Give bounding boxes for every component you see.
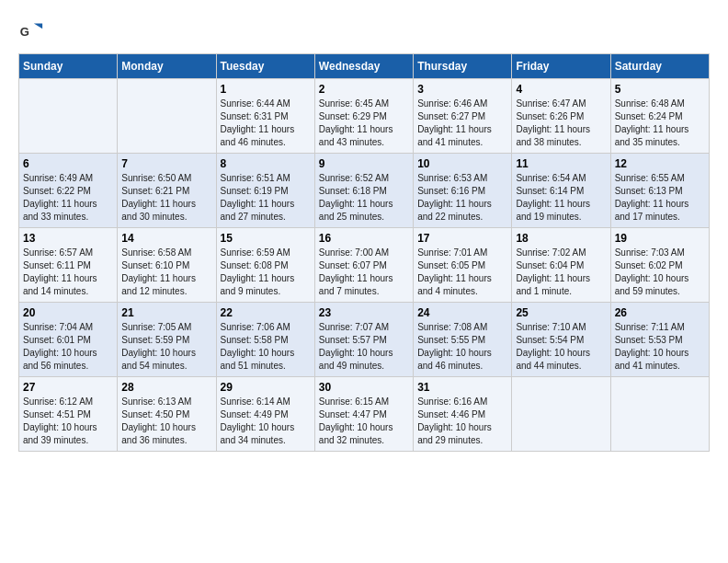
day-info: Sunrise: 7:10 AM Sunset: 5:54 PM Dayligh… bbox=[516, 321, 606, 373]
daylight-text: Daylight: 10 hours and 29 minutes. bbox=[417, 422, 492, 445]
sunset-text: Sunset: 6:10 PM bbox=[121, 260, 189, 270]
sunset-text: Sunset: 6:14 PM bbox=[516, 186, 584, 196]
day-info: Sunrise: 7:11 AM Sunset: 5:53 PM Dayligh… bbox=[615, 321, 705, 373]
daylight-text: Daylight: 11 hours and 9 minutes. bbox=[221, 273, 295, 296]
sunrise-text: Sunrise: 6:50 AM bbox=[121, 173, 191, 183]
sunrise-text: Sunrise: 6:12 AM bbox=[23, 396, 93, 407]
calendar-cell bbox=[19, 79, 118, 154]
day-number: 29 bbox=[221, 381, 311, 394]
day-number: 24 bbox=[417, 306, 507, 319]
daylight-text: Daylight: 10 hours and 41 minutes. bbox=[615, 348, 689, 371]
daylight-text: Daylight: 10 hours and 54 minutes. bbox=[121, 348, 196, 371]
sunrise-text: Sunrise: 7:07 AM bbox=[319, 322, 389, 332]
sunset-text: Sunset: 6:26 PM bbox=[516, 111, 584, 121]
day-info: Sunrise: 6:51 AM Sunset: 6:19 PM Dayligh… bbox=[221, 172, 311, 224]
sunrise-text: Sunrise: 6:47 AM bbox=[516, 98, 586, 109]
daylight-text: Daylight: 11 hours and 19 minutes. bbox=[516, 199, 590, 222]
calendar-table: SundayMondayTuesdayWednesdayThursdayFrid… bbox=[18, 53, 710, 452]
sunrise-text: Sunrise: 6:45 AM bbox=[319, 98, 389, 109]
calendar-week-row: 1 Sunrise: 6:44 AM Sunset: 6:31 PM Dayli… bbox=[19, 79, 710, 154]
sunset-text: Sunset: 5:54 PM bbox=[516, 335, 584, 345]
calendar-cell: 11 Sunrise: 6:54 AM Sunset: 6:14 PM Dayl… bbox=[512, 154, 610, 228]
day-number: 31 bbox=[417, 381, 507, 394]
sunset-text: Sunset: 6:08 PM bbox=[221, 260, 289, 270]
calendar-cell bbox=[118, 79, 216, 154]
sunset-text: Sunset: 5:57 PM bbox=[319, 335, 387, 345]
calendar-header-row: SundayMondayTuesdayWednesdayThursdayFrid… bbox=[19, 54, 710, 79]
sunrise-text: Sunrise: 7:04 AM bbox=[23, 322, 93, 332]
sunset-text: Sunset: 6:11 PM bbox=[23, 260, 91, 270]
sunset-text: Sunset: 6:02 PM bbox=[615, 260, 683, 270]
day-number: 4 bbox=[516, 83, 606, 96]
day-number: 25 bbox=[516, 306, 606, 319]
day-info: Sunrise: 6:47 AM Sunset: 6:26 PM Dayligh… bbox=[516, 98, 606, 149]
sunrise-text: Sunrise: 7:01 AM bbox=[417, 247, 487, 258]
calendar-cell: 5 Sunrise: 6:48 AM Sunset: 6:24 PM Dayli… bbox=[610, 79, 709, 154]
sunset-text: Sunset: 6:07 PM bbox=[319, 260, 387, 270]
daylight-text: Daylight: 10 hours and 36 minutes. bbox=[121, 422, 196, 445]
day-info: Sunrise: 6:45 AM Sunset: 6:29 PM Dayligh… bbox=[319, 98, 409, 149]
daylight-text: Daylight: 11 hours and 27 minutes. bbox=[221, 199, 295, 222]
calendar-cell: 3 Sunrise: 6:46 AM Sunset: 6:27 PM Dayli… bbox=[414, 79, 512, 154]
column-header-saturday: Saturday bbox=[610, 54, 709, 79]
calendar-cell: 15 Sunrise: 6:59 AM Sunset: 6:08 PM Dayl… bbox=[216, 228, 314, 303]
daylight-text: Daylight: 11 hours and 38 minutes. bbox=[516, 124, 590, 147]
day-info: Sunrise: 6:44 AM Sunset: 6:31 PM Dayligh… bbox=[221, 98, 311, 149]
day-info: Sunrise: 6:52 AM Sunset: 6:18 PM Dayligh… bbox=[319, 172, 409, 224]
sunset-text: Sunset: 4:50 PM bbox=[121, 409, 189, 419]
daylight-text: Daylight: 10 hours and 34 minutes. bbox=[221, 422, 295, 445]
day-number: 2 bbox=[319, 83, 409, 96]
day-number: 11 bbox=[516, 157, 606, 170]
sunrise-text: Sunrise: 7:00 AM bbox=[319, 247, 389, 258]
calendar-week-row: 27 Sunrise: 6:12 AM Sunset: 4:51 PM Dayl… bbox=[19, 377, 710, 452]
sunrise-text: Sunrise: 6:55 AM bbox=[615, 173, 685, 183]
column-header-sunday: Sunday bbox=[19, 54, 118, 79]
calendar-week-row: 20 Sunrise: 7:04 AM Sunset: 6:01 PM Dayl… bbox=[19, 303, 710, 377]
sunrise-text: Sunrise: 6:49 AM bbox=[23, 173, 93, 183]
column-header-wednesday: Wednesday bbox=[314, 54, 413, 79]
day-number: 7 bbox=[121, 157, 211, 170]
calendar-cell bbox=[512, 377, 610, 452]
day-info: Sunrise: 6:12 AM Sunset: 4:51 PM Dayligh… bbox=[23, 396, 113, 447]
daylight-text: Daylight: 10 hours and 56 minutes. bbox=[23, 348, 97, 371]
daylight-text: Daylight: 11 hours and 41 minutes. bbox=[417, 124, 492, 147]
page-header: G bbox=[18, 18, 710, 44]
column-header-thursday: Thursday bbox=[414, 54, 512, 79]
calendar-cell: 16 Sunrise: 7:00 AM Sunset: 6:07 PM Dayl… bbox=[314, 228, 413, 303]
sunrise-text: Sunrise: 6:53 AM bbox=[417, 173, 487, 183]
sunset-text: Sunset: 6:05 PM bbox=[417, 260, 485, 270]
day-number: 13 bbox=[23, 232, 113, 245]
calendar-cell: 18 Sunrise: 7:02 AM Sunset: 6:04 PM Dayl… bbox=[512, 228, 610, 303]
sunrise-text: Sunrise: 6:46 AM bbox=[417, 98, 487, 109]
calendar-cell: 23 Sunrise: 7:07 AM Sunset: 5:57 PM Dayl… bbox=[314, 303, 413, 377]
day-info: Sunrise: 7:06 AM Sunset: 5:58 PM Dayligh… bbox=[221, 321, 311, 373]
daylight-text: Daylight: 11 hours and 1 minute. bbox=[516, 273, 590, 296]
sunrise-text: Sunrise: 7:05 AM bbox=[121, 322, 191, 332]
sunset-text: Sunset: 6:01 PM bbox=[23, 335, 91, 345]
day-number: 21 bbox=[121, 306, 211, 319]
sunrise-text: Sunrise: 6:44 AM bbox=[221, 98, 290, 109]
daylight-text: Daylight: 11 hours and 46 minutes. bbox=[221, 124, 295, 147]
day-number: 17 bbox=[417, 232, 507, 245]
calendar-cell: 10 Sunrise: 6:53 AM Sunset: 6:16 PM Dayl… bbox=[414, 154, 512, 228]
calendar-cell: 4 Sunrise: 6:47 AM Sunset: 6:26 PM Dayli… bbox=[512, 79, 610, 154]
sunrise-text: Sunrise: 6:13 AM bbox=[121, 396, 191, 407]
logo: G bbox=[18, 18, 48, 44]
day-number: 3 bbox=[417, 83, 507, 96]
column-header-friday: Friday bbox=[512, 54, 610, 79]
day-number: 18 bbox=[516, 232, 606, 245]
sunset-text: Sunset: 4:47 PM bbox=[319, 409, 387, 419]
sunrise-text: Sunrise: 6:59 AM bbox=[221, 247, 290, 258]
svg-text:G: G bbox=[20, 25, 29, 39]
calendar-cell: 22 Sunrise: 7:06 AM Sunset: 5:58 PM Dayl… bbox=[216, 303, 314, 377]
day-number: 12 bbox=[615, 157, 705, 170]
daylight-text: Daylight: 10 hours and 32 minutes. bbox=[319, 422, 393, 445]
sunset-text: Sunset: 5:53 PM bbox=[615, 335, 683, 345]
day-info: Sunrise: 6:16 AM Sunset: 4:46 PM Dayligh… bbox=[417, 396, 507, 447]
daylight-text: Daylight: 10 hours and 59 minutes. bbox=[615, 273, 689, 296]
sunset-text: Sunset: 6:16 PM bbox=[417, 186, 485, 196]
sunset-text: Sunset: 6:29 PM bbox=[319, 111, 387, 121]
day-info: Sunrise: 6:50 AM Sunset: 6:21 PM Dayligh… bbox=[121, 172, 211, 224]
day-info: Sunrise: 6:14 AM Sunset: 4:49 PM Dayligh… bbox=[221, 396, 311, 447]
sunrise-text: Sunrise: 7:08 AM bbox=[417, 322, 487, 332]
